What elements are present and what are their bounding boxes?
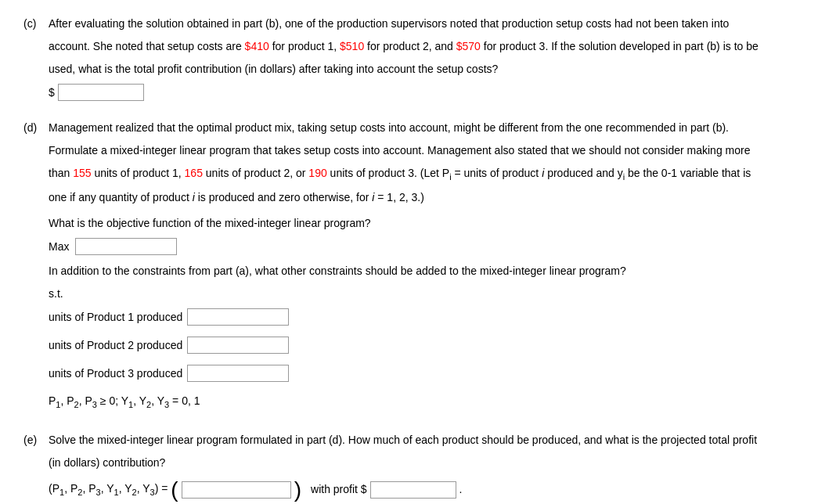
e-tuple-input[interactable] bbox=[182, 481, 291, 499]
dollar-input-row: $ bbox=[49, 84, 795, 101]
d-q-label: What is the objective function of the mi… bbox=[49, 217, 371, 229]
e-text-line1: Solve the mixed-integer linear program f… bbox=[49, 432, 795, 448]
c-text3: for product 1, bbox=[269, 40, 340, 52]
d-text-line1: Management realized that the optimal pro… bbox=[49, 120, 795, 136]
d-text-line4: one if any quantity of product i is prod… bbox=[49, 189, 795, 206]
c-text4: for product 2, and bbox=[364, 40, 456, 52]
text-c-line1: After evaluating the solution obtained i… bbox=[49, 16, 795, 32]
formula-line: P1, P2, P3 ≥ 0; Y1, Y2, Y3 = 0, 1 bbox=[49, 393, 795, 411]
section-c: (c) After evaluating the solution obtain… bbox=[23, 16, 795, 106]
d-question: What is the objective function of the mi… bbox=[49, 215, 795, 232]
content-e: Solve the mixed-integer linear program f… bbox=[49, 432, 795, 501]
dollar-symbol: $ bbox=[49, 85, 55, 101]
d-t5: units of product 2, or bbox=[203, 167, 308, 179]
e-t2: (in dollars) contribution? bbox=[49, 456, 165, 469]
with-profit-container: with profit $ . bbox=[311, 481, 462, 499]
constraint-intro-text: In addition to the constraints from part… bbox=[49, 265, 626, 277]
e-tuple-label: (P1, P2, P3, Y1, Y2, Y3) = bbox=[49, 481, 168, 499]
c-cost3: $570 bbox=[456, 40, 481, 52]
e-text-line2: (in dollars) contribution? bbox=[49, 455, 795, 471]
e-t1: Solve the mixed-integer linear program f… bbox=[49, 434, 757, 446]
label-d: (d) bbox=[23, 120, 49, 136]
prod1-label: units of Product 1 produced bbox=[49, 309, 182, 326]
max-label: Max bbox=[49, 239, 69, 255]
d-num1: 155 bbox=[73, 167, 91, 179]
prod2-label: units of Product 2 produced bbox=[49, 337, 182, 354]
c-text2: account. She noted that setup costs are bbox=[49, 40, 245, 52]
text-c-line2: account. She noted that setup costs are … bbox=[49, 38, 795, 55]
d-t6: units of product 3. (Let Pi = units of p… bbox=[327, 167, 751, 179]
max-input[interactable] bbox=[75, 238, 177, 255]
d-text-line2: Formulate a mixed-integer linear program… bbox=[49, 142, 795, 159]
c-text1: After evaluating the solution obtained i… bbox=[49, 17, 729, 30]
d-t1: Management realized that the optimal pro… bbox=[49, 121, 729, 134]
d-text-line3: than 155 units of product 1, 165 units o… bbox=[49, 165, 795, 183]
constraint-row-1: units of Product 1 produced bbox=[49, 308, 795, 326]
st-label: s.t. bbox=[49, 287, 63, 300]
prod1-input[interactable] bbox=[187, 308, 289, 326]
section-d: (d) Management realized that the optimal… bbox=[23, 120, 795, 418]
st-label-row: s.t. bbox=[49, 286, 795, 302]
with-profit-label: with profit $ bbox=[311, 481, 367, 498]
label-e: (e) bbox=[23, 432, 49, 448]
label-c: (c) bbox=[23, 16, 49, 32]
e-profit-input[interactable] bbox=[370, 481, 456, 499]
c-cost2: $510 bbox=[340, 40, 364, 52]
prod3-label: units of Product 3 produced bbox=[49, 365, 182, 382]
d-t4: units of product 1, bbox=[92, 167, 185, 179]
formula-text: P1, P2, P3 ≥ 0; Y1, Y2, Y3 = 0, 1 bbox=[49, 394, 200, 407]
section-e: (e) Solve the mixed-integer linear progr… bbox=[23, 432, 795, 501]
open-paren: ( bbox=[171, 479, 178, 501]
d-num2: 165 bbox=[185, 167, 203, 179]
c-cost1: $410 bbox=[245, 40, 269, 52]
constraint-row-2: units of Product 2 produced bbox=[49, 337, 795, 354]
c-text5: for product 3. If the solution developed… bbox=[481, 40, 759, 52]
text-c-line3: used, what is the total profit contribut… bbox=[49, 61, 795, 77]
constraint-intro: In addition to the constraints from part… bbox=[49, 263, 795, 279]
content-d: Management realized that the optimal pro… bbox=[49, 120, 795, 418]
constraint-row-3: units of Product 3 produced bbox=[49, 365, 795, 382]
max-row: Max bbox=[49, 238, 795, 255]
prod2-input[interactable] bbox=[187, 337, 289, 354]
c-text6: used, what is the total profit contribut… bbox=[49, 63, 498, 75]
e-formula-row: (P1, P2, P3, Y1, Y2, Y3) = ( ) with prof… bbox=[49, 479, 795, 501]
d-t3: than bbox=[49, 167, 73, 179]
d-t2: Formulate a mixed-integer linear program… bbox=[49, 144, 750, 157]
period: . bbox=[459, 481, 463, 498]
close-paren: ) bbox=[294, 479, 301, 501]
c-answer-input[interactable] bbox=[58, 84, 144, 101]
prod3-input[interactable] bbox=[187, 365, 289, 382]
d-num3: 190 bbox=[308, 167, 326, 179]
content-c: After evaluating the solution obtained i… bbox=[49, 16, 795, 106]
d-t7: one if any quantity of product i is prod… bbox=[49, 191, 424, 203]
